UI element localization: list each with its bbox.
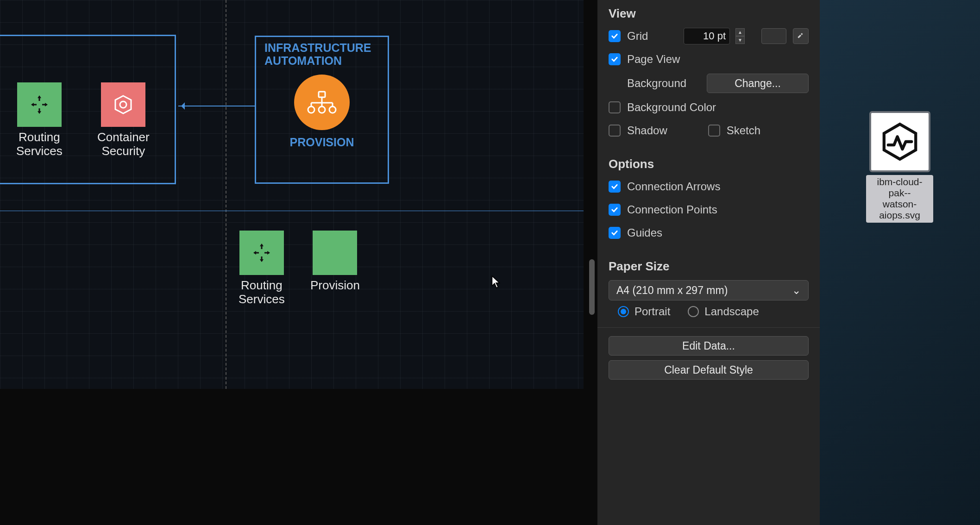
orientation-radio-group: Portrait Landscape <box>609 305 809 318</box>
group-title: INFRASTRUCTURE AUTOMATION <box>256 37 388 72</box>
canvas-scrollbar-thumb[interactable] <box>589 259 595 315</box>
aiops-icon <box>879 121 921 162</box>
routing-services-icon-box <box>239 231 284 275</box>
check-icon <box>610 206 619 214</box>
edit-data-button[interactable]: Edit Data... <box>609 336 809 356</box>
clear-default-style-button[interactable]: Clear Default Style <box>609 360 809 380</box>
provision-circle-node[interactable] <box>294 75 350 130</box>
label-page-view: Page View <box>627 53 680 66</box>
section-title-options: Options <box>609 157 809 171</box>
checkbox-guides[interactable] <box>609 227 621 239</box>
label-background-color: Background Color <box>627 101 716 114</box>
eyedropper-icon <box>797 32 805 40</box>
grid-size-input[interactable] <box>684 28 730 44</box>
row-background: Background Change... <box>609 74 809 93</box>
check-icon <box>610 229 619 237</box>
stepper-up-icon[interactable]: ▲ <box>735 28 745 36</box>
checkbox-sketch[interactable] <box>708 125 720 137</box>
routing-icon <box>28 94 50 116</box>
checkbox-grid[interactable] <box>609 30 621 42</box>
provision-icon-box <box>313 231 357 275</box>
checkbox-connection-points[interactable] <box>609 204 621 216</box>
check-icon <box>610 32 619 40</box>
stepper-down-icon[interactable]: ▼ <box>735 36 745 44</box>
paper-size-value: A4 (210 mm x 297 mm) <box>616 284 728 297</box>
node-routing-services-1[interactable]: Routing Services <box>16 82 63 158</box>
hierarchy-icon <box>306 90 338 115</box>
checkbox-connection-arrows[interactable] <box>609 181 621 193</box>
node-label: Routing Services <box>239 279 285 306</box>
row-page-view: Page View <box>609 50 809 68</box>
row-connection-points: Connection Points <box>609 201 809 219</box>
label-guides: Guides <box>627 226 662 239</box>
svg-point-8 <box>329 106 336 113</box>
svg-point-9 <box>120 101 126 108</box>
connector-arrow[interactable] <box>178 106 255 106</box>
checkbox-page-view[interactable] <box>609 53 621 65</box>
node-label: Container Security <box>97 131 150 158</box>
file-thumbnail <box>869 111 930 172</box>
label-grid: Grid <box>627 30 648 43</box>
diagram-canvas[interactable]: INFRASTRUCTURE AUTOMATION PROVISION <box>0 0 584 389</box>
grid-color-swatch[interactable] <box>761 28 786 44</box>
routing-icon <box>251 242 273 264</box>
node-label: Provision <box>310 279 360 293</box>
checkbox-shadow[interactable] <box>609 125 621 137</box>
row-background-color: Background Color <box>609 99 809 116</box>
label-shadow: Shadow <box>627 124 667 137</box>
chevron-down-icon: ⌄ <box>792 284 801 297</box>
mouse-cursor-icon <box>491 275 501 289</box>
divider <box>597 327 820 328</box>
row-connection-arrows: Connection Arrows <box>609 178 809 195</box>
format-sidebar: View Grid ▲ ▼ Page View Background Chang… <box>597 0 820 525</box>
svg-rect-0 <box>319 92 325 97</box>
routing-services-icon-box <box>17 82 62 127</box>
row-grid: Grid ▲ ▼ <box>609 27 809 45</box>
svg-point-7 <box>319 106 325 113</box>
svg-point-6 <box>308 106 314 113</box>
change-background-button[interactable]: Change... <box>707 74 809 93</box>
node-container-security[interactable]: Container Security <box>97 82 150 158</box>
section-title-view: View <box>609 6 809 21</box>
radio-option-portrait[interactable]: Portrait <box>618 305 670 318</box>
section-title-paper-size: Paper Size <box>609 259 809 274</box>
label-connection-arrows: Connection Arrows <box>627 180 720 193</box>
radio-landscape[interactable] <box>688 306 699 317</box>
node-label: Routing Services <box>16 131 63 158</box>
file-name-label: ibm-cloud-pak-- watson-aiops.svg <box>866 175 933 223</box>
row-shadow-sketch: Shadow Sketch <box>609 122 809 139</box>
checkbox-background-color[interactable] <box>609 101 621 113</box>
radio-portrait[interactable] <box>618 306 629 317</box>
row-guides: Guides <box>609 224 809 242</box>
label-connection-points: Connection Points <box>627 203 717 216</box>
node-routing-services-2[interactable]: Routing Services <box>239 231 285 306</box>
paper-size-select[interactable]: A4 (210 mm x 297 mm) ⌄ <box>609 280 809 300</box>
check-icon <box>610 55 619 63</box>
label-landscape: Landscape <box>704 305 759 318</box>
node-provision[interactable]: Provision <box>310 231 360 293</box>
diagram-group-infrastructure-automation[interactable]: INFRASTRUCTURE AUTOMATION PROVISION <box>255 36 389 184</box>
desktop-background[interactable]: ibm-cloud-pak-- watson-aiops.svg <box>820 0 980 525</box>
label-portrait: Portrait <box>634 305 670 318</box>
container-security-icon <box>112 93 135 116</box>
container-security-icon-box <box>101 82 145 127</box>
group-title-line1: INFRASTRUCTURE <box>264 41 371 54</box>
page-boundary-line <box>0 211 584 211</box>
check-icon <box>610 182 619 191</box>
eyedropper-button[interactable] <box>793 28 809 44</box>
group-footer-label: PROVISION <box>256 136 388 149</box>
label-background: Background <box>627 77 686 90</box>
desktop-file-svg[interactable]: ibm-cloud-pak-- watson-aiops.svg <box>866 111 933 223</box>
radio-option-landscape[interactable]: Landscape <box>688 305 759 318</box>
group-title-line2: AUTOMATION <box>264 54 342 67</box>
label-sketch: Sketch <box>727 124 760 137</box>
grid-size-stepper[interactable]: ▲ ▼ <box>735 28 745 44</box>
